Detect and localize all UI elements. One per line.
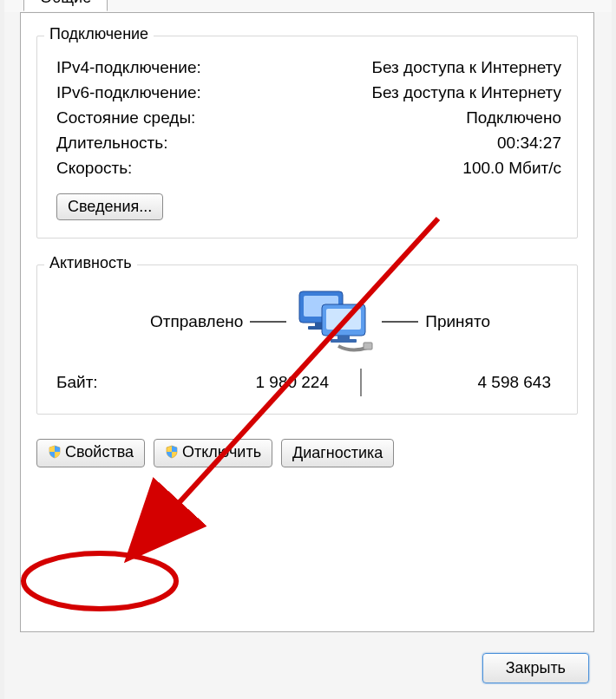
close-button[interactable]: Закрыть [482, 653, 589, 683]
shield-icon [48, 445, 62, 463]
svg-rect-6 [337, 336, 350, 339]
connection-group: Подключение IPv4-подключение: Без доступ… [36, 36, 578, 238]
tab-strip: Общие [4, 0, 612, 12]
duration-value: 00:34:27 [497, 134, 561, 153]
ipv6-label: IPv6-подключение: [56, 83, 201, 102]
recv-label: Принято [418, 312, 497, 331]
network-computers-icon [286, 284, 382, 358]
details-button[interactable]: Сведения... [56, 193, 163, 220]
ipv4-row: IPv4-подключение: Без доступа к Интернет… [56, 58, 561, 77]
speed-value: 100.0 Мбит/с [462, 159, 561, 178]
speed-row: Скорость: 100.0 Мбит/с [56, 159, 561, 178]
disable-button[interactable]: Отключить [154, 439, 272, 467]
media-state-value: Подключено [466, 108, 561, 127]
shield-icon [165, 445, 179, 463]
bytes-label: Байт: [56, 373, 143, 392]
ipv4-label: IPv4-подключение: [56, 58, 201, 77]
activity-group: Активность Отправлено [36, 265, 578, 415]
details-button-wrap: Сведения... [56, 193, 561, 220]
bytes-sent: 1 980 224 [143, 373, 357, 392]
svg-rect-5 [326, 309, 361, 330]
tab-general[interactable]: Общие [23, 0, 108, 11]
disable-button-label: Отключить [182, 443, 261, 461]
ipv6-row: IPv6-подключение: Без доступа к Интернет… [56, 83, 561, 102]
duration-row: Длительность: 00:34:27 [56, 134, 561, 153]
activity-header: Отправлено [56, 284, 561, 358]
bytes-divider [360, 369, 362, 396]
duration-label: Длительность: [56, 134, 167, 153]
media-state-row: Состояние среды: Подключено [56, 108, 561, 127]
properties-button-label: Свойства [65, 443, 134, 461]
tab-content: Подключение IPv4-подключение: Без доступ… [20, 12, 594, 632]
connection-group-label: Подключение [44, 25, 154, 43]
properties-button[interactable]: Свойства [36, 439, 145, 467]
svg-rect-8 [364, 343, 372, 350]
action-buttons-row: Свойства Отключить Диагностика [36, 439, 578, 467]
sent-label: Отправлено [143, 312, 250, 331]
bytes-row: Байт: 1 980 224 4 598 643 [56, 369, 561, 396]
dialog-footer: Закрыть [482, 653, 589, 683]
activity-group-label: Активность [44, 254, 137, 272]
svg-rect-7 [331, 339, 357, 343]
speed-label: Скорость: [56, 159, 132, 178]
ipv6-value: Без доступа к Интернету [371, 83, 561, 102]
ipv4-value: Без доступа к Интернету [371, 58, 561, 77]
diagnose-button[interactable]: Диагностика [281, 439, 394, 467]
media-state-label: Состояние среды: [56, 108, 195, 127]
status-dialog: Общие Подключение IPv4-подключение: Без … [4, 0, 612, 699]
bytes-recv: 4 598 643 [365, 373, 561, 392]
